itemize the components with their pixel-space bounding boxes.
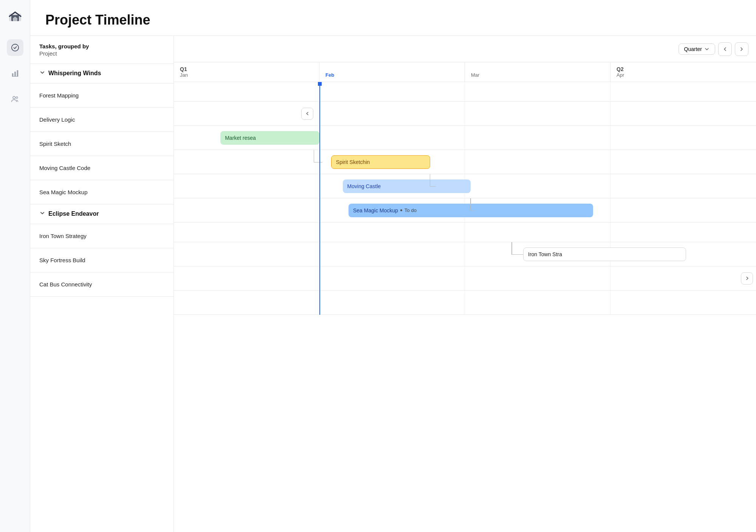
task-name-forest-mapping: Forest Mapping [39,92,79,99]
chevron-right-icon [739,46,744,52]
q1-label: Q1 [180,66,313,72]
task-name-delivery-logic: Delivery Logic [39,116,75,123]
dep-arrow-3b [471,210,474,211]
task-row-sky-fortress-build: Sky Fortress Build [30,248,174,272]
dep-arrow-iron-h [511,254,523,255]
task-name-moving-castle-code: Moving Castle Code [39,165,90,171]
task-row-delivery-logic: Delivery Logic [30,108,174,132]
sidebar-item-tasks[interactable] [7,39,23,56]
chevron-left-icon [722,46,728,52]
bar-iron-town-strategy[interactable]: Iron Town Stra [523,247,686,261]
col-header-apr: Q2 Apr [610,62,756,82]
dep-arrow-iron [511,242,512,254]
col-header-jan: Q1 Jan [174,62,319,82]
svg-rect-3 [12,73,13,76]
dep-arrow-3 [470,198,471,210]
svg-point-6 [13,96,15,99]
bar-label-sea-magic-mockup: Sea Magic Mockup [353,207,398,213]
bar-market-resea[interactable]: Market resea [220,131,319,145]
dep-arrow-1b [314,162,322,163]
tasks-list: Whispering Winds Forest Mapping Delivery… [30,64,174,532]
task-row-cat-bus-connectivity: Cat Bus Connectivity [30,272,174,297]
sidebar [0,0,30,532]
mar-label: Mar [471,72,604,78]
left-panel: Tasks, grouped by Project Whispering Win… [30,36,174,532]
status-dot [400,209,402,211]
today-line [319,82,320,315]
chevron-down-icon-selector [704,46,710,52]
right-expand-button[interactable] [741,272,753,285]
gantt-row-sky-fortress-build [174,266,756,291]
gantt-row-sea-magic-mockup: Sea Magic Mockup To do [174,198,756,223]
timeline-container: Tasks, grouped by Project Whispering Win… [30,36,756,532]
svg-point-7 [16,97,18,99]
timeline-column-headers: Q1 Jan · Feb · Mar Q2 Apr [174,62,756,82]
page-title: Project Timeline [45,12,741,28]
sidebar-item-users[interactable] [7,91,23,107]
jan-label: Jan [180,72,313,78]
sidebar-item-analytics[interactable] [7,65,23,82]
col-header-feb: · Feb [319,62,465,82]
mar-quarter-label: · [471,66,604,72]
gantt-row-forest-mapping [174,102,756,126]
feb-quarter-label: · [325,66,459,72]
dep-arrow-2 [430,174,431,186]
next-nav-button[interactable] [735,42,748,56]
bar-spirit-sketching[interactable]: Spirit Sketchin [331,155,430,169]
svg-rect-5 [17,70,18,77]
dep-arrow-1 [314,150,314,162]
quarter-selector[interactable]: Quarter [679,43,715,55]
gantt-content-area: Market resea Spirit Sketchin [174,82,756,315]
gantt-body: Market resea Spirit Sketchin [174,82,756,532]
bar-label-iron-town-strategy: Iron Town Stra [528,251,562,257]
bar-label-moving-castle: Moving Castle [347,183,381,189]
sidebar-navigation [7,39,23,107]
left-header: Tasks, grouped by Project [30,36,174,64]
task-row-sea-magic-mockup: Sea Magic Mockup [30,180,174,204]
group-header-eclipse-endeavor[interactable]: Eclipse Endeavor [30,204,174,224]
task-row-forest-mapping: Forest Mapping [30,84,174,108]
task-name-spirit-sketch: Spirit Sketch [39,141,71,147]
group-header-whispering-winds[interactable]: Whispering Winds [30,64,174,84]
gantt-group-eclipse-endeavor [174,223,756,242]
task-name-iron-town-strategy: Iron Town Strategy [39,233,87,239]
gantt-row-delivery-logic: Market resea [174,126,756,150]
today-dot [318,82,322,86]
chevron-right-icon-expand [745,276,750,281]
bar-moving-castle[interactable]: Moving Castle [343,179,471,193]
back-button[interactable] [301,108,313,120]
gantt-row-cat-bus-connectivity [174,291,756,315]
svg-point-2 [11,44,18,51]
task-row-iron-town-strategy: Iron Town Strategy [30,224,174,248]
task-name-sea-magic-mockup: Sea Magic Mockup [39,189,88,195]
task-row-spirit-sketch: Spirit Sketch [30,132,174,156]
gantt-group-whispering-winds [174,82,756,102]
chevron-down-icon [39,70,45,77]
gantt-row-spirit-sketch: Spirit Sketchin [174,150,756,174]
left-header-line2: Project [39,50,89,57]
right-panel: Quarter Q [174,36,756,532]
bar-label-spirit-sketch: Spirit Sketchin [336,159,370,165]
todo-badge: To do [404,207,417,213]
main-content: Project Timeline Tasks, grouped by Proje… [30,0,756,532]
svg-rect-4 [14,71,16,76]
apr-label: Apr [617,72,750,78]
gantt-row-iron-town-strategy: Iron Town Stra [174,242,756,266]
task-name-cat-bus-connectivity: Cat Bus Connectivity [39,281,92,288]
q2-label: Q2 [617,66,750,72]
app-logo [7,8,23,24]
quarter-label: Quarter [684,46,702,52]
prev-nav-button[interactable] [718,42,732,56]
chevron-down-icon-2 [39,210,45,218]
col-header-mar: · Mar [465,62,610,82]
task-name-sky-fortress-build: Sky Fortress Build [39,257,85,263]
gantt-controls: Quarter [174,36,756,62]
page-header: Project Timeline [30,0,756,36]
feb-label: Feb [325,72,459,78]
task-row-moving-castle-code: Moving Castle Code [30,156,174,180]
gantt-row-moving-castle-code: Moving Castle [174,174,756,198]
group-label-eclipse-endeavor: Eclipse Endeavor [48,210,99,217]
dep-arrow-2b [430,186,436,187]
bar-label-market-resea: Market resea [225,135,256,141]
chevron-left-icon-back [305,111,310,116]
